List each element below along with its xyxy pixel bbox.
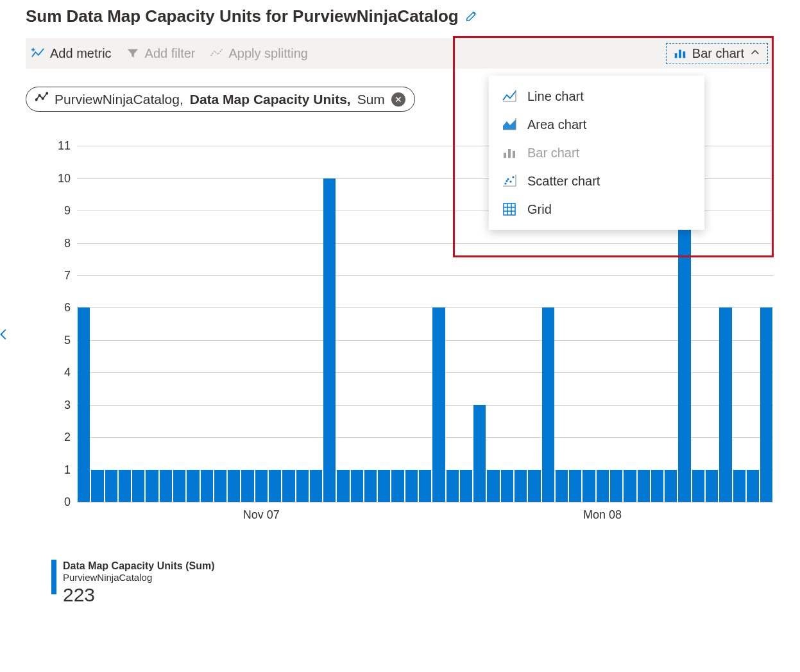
chart-bar[interactable] xyxy=(201,470,213,502)
add-metric-label: Add metric xyxy=(50,46,112,61)
chart-bar[interactable] xyxy=(515,470,527,502)
chart-type-option-area[interactable]: Area chart xyxy=(489,110,704,139)
chart-bar[interactable] xyxy=(542,307,554,502)
y-tick-label: 1 xyxy=(26,463,71,476)
split-icon xyxy=(210,46,224,60)
chart-bar[interactable] xyxy=(337,470,349,502)
chart-type-dropdown-button[interactable]: Bar chart xyxy=(666,43,768,64)
y-tick-label: 3 xyxy=(26,398,71,411)
chart-type-option-line[interactable]: Line chart xyxy=(489,82,704,110)
chart-bar[interactable] xyxy=(310,470,322,502)
y-tick-label: 2 xyxy=(26,431,71,444)
chart-bar[interactable] xyxy=(460,470,472,502)
chart-bar[interactable] xyxy=(405,470,418,502)
svg-rect-12 xyxy=(513,151,515,158)
page-title: Sum Data Map Capacity Units for PurviewN… xyxy=(26,6,459,26)
chart-type-option-scatter-label: Scatter chart xyxy=(527,174,600,189)
chart-bar[interactable] xyxy=(78,307,90,502)
add-filter-label: Add filter xyxy=(145,46,196,61)
chart-bar[interactable] xyxy=(241,470,253,502)
chart-bar[interactable] xyxy=(706,470,718,502)
apply-splitting-button[interactable]: Apply splitting xyxy=(210,46,308,61)
chart-bar[interactable] xyxy=(119,470,131,502)
chart-bar[interactable] xyxy=(624,470,636,502)
chart-bar[interactable] xyxy=(187,470,199,502)
chart-bar[interactable] xyxy=(747,470,759,502)
chart-bar[interactable] xyxy=(419,470,431,502)
chart-bar[interactable] xyxy=(473,405,486,502)
chart-type-option-area-label: Area chart xyxy=(527,117,586,132)
svg-point-6 xyxy=(38,94,40,96)
add-metric-button[interactable]: Add metric xyxy=(31,46,112,61)
chart-bar[interactable] xyxy=(296,470,309,502)
chart-bar[interactable] xyxy=(487,470,499,502)
chart-bar[interactable] xyxy=(255,470,268,502)
metric-pill-aggregation: Sum xyxy=(357,92,385,107)
chart-bar[interactable] xyxy=(651,470,663,502)
chart-type-menu: Line chart Area chart Bar chart Scatter … xyxy=(489,76,704,230)
y-tick-label: 9 xyxy=(26,204,71,218)
chart-bar[interactable] xyxy=(105,470,117,502)
line-chart-icon xyxy=(502,89,517,104)
remove-metric-button[interactable]: ✕ xyxy=(391,92,405,107)
y-tick-label: 6 xyxy=(26,301,71,314)
bar-chart-icon xyxy=(673,46,687,60)
svg-rect-18 xyxy=(504,203,515,215)
chart-type-option-grid-label: Grid xyxy=(527,202,552,217)
y-tick-label: 5 xyxy=(26,333,71,347)
chart-bar[interactable] xyxy=(228,470,240,502)
chart-bar[interactable] xyxy=(719,307,731,502)
chart-bar[interactable] xyxy=(760,307,772,502)
chart-bar[interactable] xyxy=(378,470,390,502)
chart-bar[interactable] xyxy=(282,470,294,502)
filter-plus-icon xyxy=(126,46,140,60)
chart-xaxis: Nov 07Mon 08 xyxy=(77,508,773,528)
svg-point-5 xyxy=(35,99,37,101)
chart-bar[interactable] xyxy=(432,307,445,502)
add-filter-button[interactable]: Add filter xyxy=(126,46,196,61)
metric-pill[interactable]: PurviewNinjaCatalog, Data Map Capacity U… xyxy=(26,87,415,112)
chart-bar[interactable] xyxy=(91,470,103,502)
chart-type-option-scatter[interactable]: Scatter chart xyxy=(489,167,704,195)
svg-rect-3 xyxy=(679,50,681,58)
chart-bar[interactable] xyxy=(528,470,540,502)
chart-type-option-grid[interactable]: Grid xyxy=(489,195,704,223)
legend-swatch xyxy=(51,560,56,594)
chart-bar[interactable] xyxy=(665,470,677,502)
chart-bar[interactable] xyxy=(501,470,513,502)
svg-point-13 xyxy=(504,182,506,184)
chart-bar[interactable] xyxy=(132,470,144,502)
chart-bar[interactable] xyxy=(173,470,185,502)
chart-bar[interactable] xyxy=(269,470,281,502)
svg-point-7 xyxy=(42,98,44,99)
chevron-left-icon[interactable] xyxy=(0,327,11,344)
pencil-icon[interactable] xyxy=(465,8,479,25)
chart-bar[interactable] xyxy=(733,470,745,502)
chart-bar[interactable] xyxy=(391,470,404,502)
svg-rect-11 xyxy=(508,149,511,158)
chart-bar[interactable] xyxy=(692,470,704,502)
y-tick-label: 11 xyxy=(26,139,71,153)
chart-bar[interactable] xyxy=(160,470,172,502)
chart-bar[interactable] xyxy=(351,470,363,502)
svg-rect-10 xyxy=(504,153,506,158)
chart-bar[interactable] xyxy=(638,470,650,502)
chart-bar[interactable] xyxy=(678,211,690,502)
metric-pill-metric: Data Map Capacity Units, xyxy=(190,92,351,107)
chart-bar[interactable] xyxy=(214,470,226,502)
metric-line-icon xyxy=(35,91,48,107)
chart-bar[interactable] xyxy=(323,178,336,502)
chart-bar[interactable] xyxy=(364,470,377,502)
chart-bar[interactable] xyxy=(597,470,609,502)
chart-bar[interactable] xyxy=(447,470,459,502)
chart-bar[interactable] xyxy=(610,470,622,502)
svg-point-8 xyxy=(46,92,48,94)
chart-bar[interactable] xyxy=(556,470,568,502)
legend-value: 223 xyxy=(63,583,214,607)
legend-metric-label: Data Map Capacity Units (Sum) xyxy=(63,560,214,572)
chart-bar[interactable] xyxy=(146,470,158,502)
chart-bar[interactable] xyxy=(569,470,581,502)
area-chart-icon xyxy=(502,117,517,132)
chart-bar[interactable] xyxy=(583,470,595,502)
metric-pill-resource: PurviewNinjaCatalog, xyxy=(55,92,183,107)
